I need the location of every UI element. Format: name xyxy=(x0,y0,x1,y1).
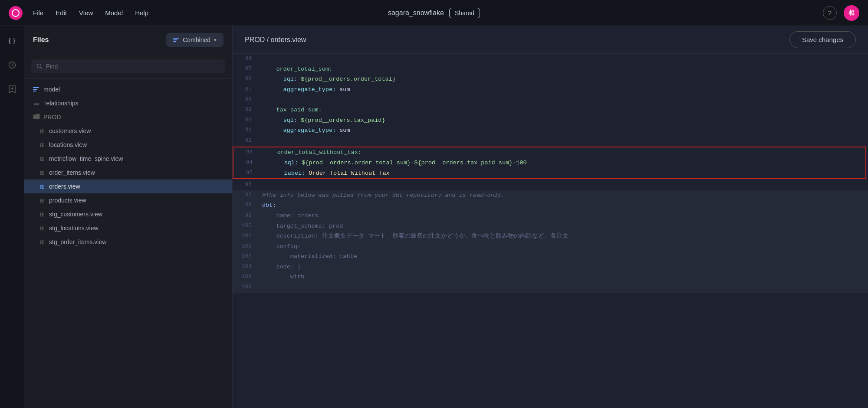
line-content-104: code: |- xyxy=(259,262,868,272)
sidebar-item-model[interactable]: model xyxy=(24,82,232,96)
code-editor[interactable]: 84 85 order_total_sum: 86 sql: ${prod__o… xyxy=(233,54,868,408)
line-content-94: sql: ${prod__orders.order_total_sum}-${p… xyxy=(260,158,865,168)
sidebar-item-stg-order-items-view-label: stg_order_items.view xyxy=(49,238,106,245)
code-line-105: 105 with xyxy=(233,272,868,282)
code-line-87: 87 aggregate_type: sum xyxy=(233,85,868,95)
sidebar-header: Files Combined ▾ xyxy=(24,26,232,54)
nav-view[interactable]: View xyxy=(79,9,93,16)
chevron-down-icon: ▾ xyxy=(214,37,217,43)
code-line-89: 89 tax_paid_sum: xyxy=(233,105,868,115)
search-wrap xyxy=(31,59,225,73)
line-content-87: aggregate_type: sum xyxy=(259,85,868,95)
highlight-block: 93 order_total_without_tax: 94 sql: ${pr… xyxy=(233,147,866,179)
sidebar-item-customers-view[interactable]: ⊞ customers.view xyxy=(24,124,232,138)
sidebar-item-stg-locations-view[interactable]: ⊞ stg_locations.view xyxy=(24,221,232,235)
line-num-85: 85 xyxy=(233,64,259,75)
icon-bar-history[interactable] xyxy=(4,57,20,73)
line-num-91: 91 xyxy=(233,125,259,136)
grid-icon-customers: ⊞ xyxy=(40,128,45,134)
grid-icon-products: ⊞ xyxy=(40,197,45,204)
nav-file[interactable]: File xyxy=(33,9,43,16)
bookmark-icon xyxy=(8,85,16,94)
grid-icon-orders: ⊞ xyxy=(40,183,45,190)
search-input[interactable] xyxy=(46,63,220,70)
line-content-95: label: Order Total Without Tax xyxy=(260,168,865,179)
search-icon xyxy=(36,63,43,69)
sidebar-item-stg-customers-view[interactable]: ⊞ stg_customers.view xyxy=(24,207,232,221)
line-num-99: 99 xyxy=(233,211,259,221)
line-num-103: 103 xyxy=(233,251,259,262)
icon-bar: { } xyxy=(0,26,24,408)
project-title: sagara_snowflake xyxy=(388,9,444,17)
code-line-93: 93 order_total_without_tax: xyxy=(233,147,865,158)
code-line-101: 101 description: 注文概要データ マート。顧客の最初の注文かどう… xyxy=(233,231,868,242)
line-num-90: 90 xyxy=(233,115,259,126)
line-num-94: 94 xyxy=(233,158,260,168)
sidebar-title: Files xyxy=(33,36,49,44)
line-content-88 xyxy=(259,95,868,105)
line-content-86: sql: ${prod__orders.order_total} xyxy=(259,74,868,85)
line-num-105: 105 xyxy=(233,272,259,282)
sidebar-item-orders-view[interactable]: ⊞ orders.view xyxy=(24,180,232,193)
code-line-100: 100 target_schema: prod xyxy=(233,221,868,232)
line-content-102: config: xyxy=(259,242,868,252)
line-content-99: name: orders xyxy=(259,211,868,221)
sidebar-item-customers-view-label: customers.view xyxy=(49,127,91,134)
topnav-center: sagara_snowflake Shared xyxy=(388,8,480,18)
combined-dropdown[interactable]: Combined ▾ xyxy=(166,33,224,47)
code-line-103: 103 materialized: table xyxy=(233,251,868,262)
nav-model[interactable]: Model xyxy=(105,9,123,16)
code-line-85: 85 order_total_sum: xyxy=(233,64,868,75)
history-icon xyxy=(8,61,16,69)
sidebar-item-relationships[interactable]: relationships xyxy=(24,96,232,110)
icon-bar-braces[interactable]: { } xyxy=(4,33,20,49)
help-button[interactable]: ? xyxy=(823,6,837,20)
help-icon: ? xyxy=(828,9,832,16)
sidebar-item-stg-locations-view-label: stg_locations.view xyxy=(49,225,99,232)
sidebar-folder-prod-label: PROD xyxy=(43,114,61,121)
line-num-96: 96 xyxy=(233,180,259,190)
sidebar-folder-prod[interactable]: PROD xyxy=(24,110,232,124)
sidebar-item-locations-view-label: locations.view xyxy=(49,141,87,148)
nav-help[interactable]: Help xyxy=(135,9,148,16)
layers-small-icon xyxy=(33,87,39,91)
sidebar-item-relationships-label: relationships xyxy=(44,100,79,107)
sidebar-item-order-items-view[interactable]: ⊞ order_items.view xyxy=(24,166,232,180)
line-num-97: 97 xyxy=(233,190,259,201)
line-content-92 xyxy=(259,136,868,146)
topnav-right: ? 相 xyxy=(823,5,859,21)
code-line-106: 106 xyxy=(233,282,868,293)
line-content-84 xyxy=(259,54,868,64)
line-content-85: order_total_sum: xyxy=(259,64,868,75)
code-line-104: 104 code: |- xyxy=(233,262,868,272)
line-num-93: 93 xyxy=(233,147,260,158)
app-logo[interactable] xyxy=(9,6,23,20)
grid-icon-metricflow: ⊞ xyxy=(40,156,45,162)
line-content-93: order_total_without_tax: xyxy=(260,147,865,158)
sidebar-item-locations-view[interactable]: ⊞ locations.view xyxy=(24,138,232,152)
shared-badge[interactable]: Shared xyxy=(449,8,480,18)
line-num-104: 104 xyxy=(233,262,259,272)
sidebar-item-orders-view-label: orders.view xyxy=(49,183,80,190)
sidebar-item-stg-customers-view-label: stg_customers.view xyxy=(49,211,102,218)
line-num-88: 88 xyxy=(233,95,259,105)
code-line-98: 98 dbt: xyxy=(233,200,868,211)
sidebar: Files Combined ▾ xyxy=(24,26,233,408)
user-avatar[interactable]: 相 xyxy=(844,5,859,21)
icon-bar-bookmark[interactable] xyxy=(4,82,20,97)
sidebar-item-metricflow-view[interactable]: ⊞ metricflow_time_spine.view xyxy=(24,152,232,166)
sidebar-search xyxy=(24,54,232,79)
line-num-89: 89 xyxy=(233,105,259,115)
line-num-102: 102 xyxy=(233,242,259,252)
code-line-91: 91 aggregate_type: sum xyxy=(233,125,868,136)
sidebar-item-metricflow-view-label: metricflow_time_spine.view xyxy=(49,155,123,162)
save-changes-button[interactable]: Save changes xyxy=(789,31,856,48)
nav-edit[interactable]: Edit xyxy=(56,9,67,16)
line-num-84: 84 xyxy=(233,54,259,64)
sidebar-item-stg-order-items-view[interactable]: ⊞ stg_order_items.view xyxy=(24,235,232,249)
line-num-98: 98 xyxy=(233,200,259,211)
code-line-102: 102 config: xyxy=(233,242,868,252)
sidebar-item-products-view[interactable]: ⊞ products.view xyxy=(24,193,232,207)
logo-ring xyxy=(12,9,20,17)
line-content-96 xyxy=(259,180,868,190)
